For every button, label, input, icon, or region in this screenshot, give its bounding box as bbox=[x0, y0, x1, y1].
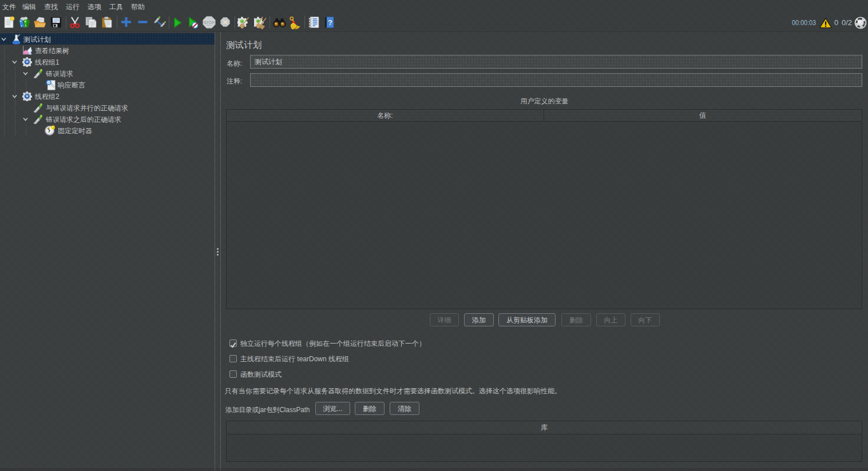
svg-text:?: ? bbox=[328, 18, 332, 27]
svg-text:STOP: STOP bbox=[204, 21, 215, 25]
